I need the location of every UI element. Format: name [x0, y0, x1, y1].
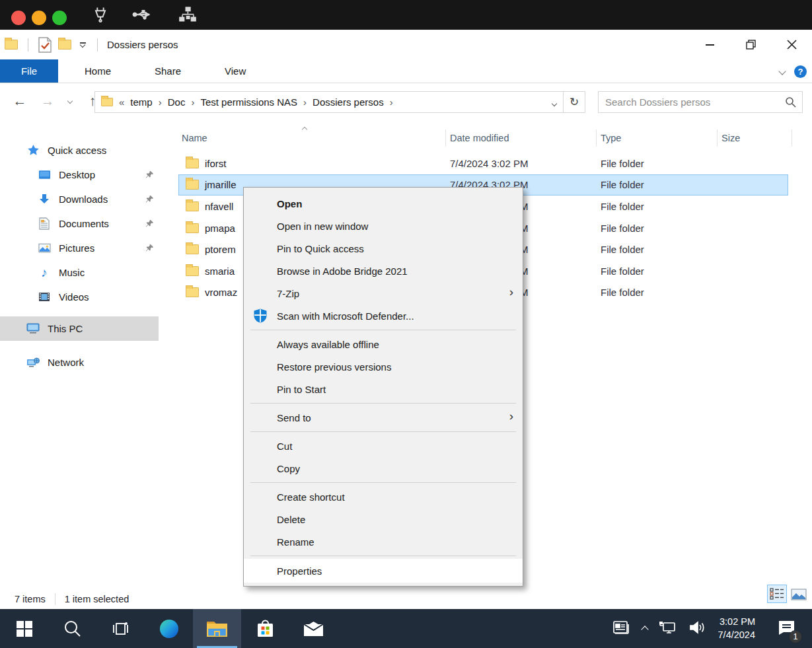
large-icons-view-button[interactable] [791, 585, 807, 603]
traffic-light-close[interactable] [11, 11, 26, 25]
menu-item-properties[interactable]: Properties [244, 559, 523, 583]
tab-home[interactable]: Home [69, 59, 127, 83]
menu-item-open[interactable]: Open [244, 192, 523, 215]
menu-item-cut[interactable]: Cut [244, 435, 523, 457]
menu-item-rename[interactable]: Rename [244, 530, 523, 553]
back-button[interactable]: ← [9, 90, 30, 112]
explorer-titlebar: Dossiers persos [0, 30, 812, 59]
menu-item-send-to[interactable]: Send to › [244, 406, 523, 429]
selection-count: 1 item selected [65, 594, 129, 604]
taskbar-search-button[interactable] [48, 609, 96, 648]
file-explorer-button[interactable] [193, 609, 241, 648]
sidebar-item-this-pc[interactable]: This PC [0, 316, 159, 341]
ribbon-collapse-chevron-icon[interactable] [778, 67, 786, 75]
traffic-light-zoom[interactable] [52, 11, 67, 25]
sidebar-item-documents[interactable]: Documents [0, 211, 162, 236]
divider [28, 38, 28, 52]
refresh-button[interactable]: ↻ [564, 92, 585, 112]
menu-separator [250, 403, 516, 404]
sidebar-item-desktop[interactable]: Desktop [0, 162, 162, 187]
store-icon [256, 619, 275, 639]
sort-ascending-icon [303, 122, 307, 134]
menu-item-create-shortcut[interactable]: Create shortcut [244, 486, 523, 508]
usb-icon[interactable] [132, 5, 155, 26]
sidebar-item-music[interactable]: ♪ Music [0, 260, 162, 285]
restore-button[interactable] [730, 30, 771, 59]
menu-item-pin-to-quick-access[interactable]: Pin to Quick access [244, 237, 523, 260]
volume-button[interactable] [688, 620, 707, 638]
traffic-light-minimize[interactable] [32, 11, 46, 25]
tab-share[interactable]: Share [139, 59, 197, 83]
sidebar-item-videos[interactable]: Videos [0, 285, 162, 309]
news-button[interactable] [612, 620, 631, 638]
window-controls [689, 30, 812, 59]
column-header-size[interactable]: Size [718, 129, 792, 147]
close-button[interactable] [771, 30, 812, 59]
mail-button[interactable] [289, 609, 338, 648]
store-button[interactable] [241, 609, 289, 648]
folder-icon [186, 180, 199, 190]
volume-icon [688, 620, 707, 635]
pin-icon [145, 243, 154, 254]
address-bar[interactable]: « temp › Doc › Test permissions NAS › Do… [94, 91, 585, 113]
menu-item-delete[interactable]: Delete [244, 508, 523, 530]
sidebar-item-network[interactable]: Network [0, 350, 162, 375]
network-share-icon[interactable] [178, 5, 197, 26]
qat-new-folder-button[interactable] [55, 35, 75, 55]
tab-file[interactable]: File [0, 59, 58, 83]
clock-time: 3:02 PM [718, 616, 755, 629]
edge-button[interactable] [145, 609, 193, 648]
qat-customize-button[interactable] [75, 35, 91, 55]
forward-button[interactable]: → [37, 90, 58, 112]
pictures-icon [38, 243, 51, 253]
menu-item-always-available-offline[interactable]: Always available offline [244, 333, 523, 355]
breadcrumb-prefix: « [119, 96, 124, 108]
sidebar-item-downloads[interactable]: Downloads [0, 187, 162, 211]
menu-item-copy[interactable]: Copy [244, 457, 523, 480]
notification-badge: 1 [789, 630, 802, 643]
task-view-icon [112, 621, 129, 637]
task-view-button[interactable] [96, 609, 145, 648]
breadcrumb-segment-test-permissions-nas[interactable]: Test permissions NAS [200, 96, 297, 108]
breadcrumb-separator: › [191, 96, 194, 108]
breadcrumb-segment-dossiers-persos[interactable]: Dossiers persos [313, 96, 384, 108]
breadcrumb-segment-temp[interactable]: temp [130, 96, 152, 108]
menu-item-browse-in-adobe-bridge[interactable]: Browse in Adobe Bridge 2021 [244, 260, 523, 282]
breadcrumb-separator: › [159, 96, 162, 108]
file-row-iforst[interactable]: iforst 7/4/2024 3:02 PM File folder [162, 153, 812, 174]
search-icon[interactable] [785, 96, 802, 108]
folder-icon [186, 266, 199, 276]
column-header-type[interactable]: Type [597, 129, 718, 147]
minimize-button[interactable] [689, 30, 730, 59]
news-icon [612, 620, 631, 635]
vm-top-bar [0, 0, 812, 30]
start-button[interactable] [0, 609, 48, 648]
hidden-icons-button[interactable] [642, 623, 647, 635]
restore-icon [746, 40, 756, 50]
close-icon [787, 40, 797, 50]
notifications-button[interactable]: 1 [777, 619, 796, 639]
menu-item-7-zip[interactable]: 7-Zip › [244, 282, 523, 305]
menu-item-open-in-new-window[interactable]: Open in new window [244, 215, 523, 237]
menu-item-scan-with-defender[interactable]: Scan with Microsoft Defender... [244, 305, 523, 327]
tab-view[interactable]: View [209, 59, 262, 83]
videos-icon [38, 292, 51, 302]
breadcrumb-segment-doc[interactable]: Doc [168, 96, 186, 108]
column-header-date-modified[interactable]: Date modified [446, 129, 597, 147]
qat-properties-button[interactable] [35, 35, 55, 55]
power-plug-icon[interactable] [91, 5, 110, 26]
recent-locations-chevron[interactable] [63, 90, 77, 112]
sidebar-item-quick-access[interactable]: Quick access [0, 138, 162, 162]
sidebar-item-pictures[interactable]: Pictures [0, 236, 162, 260]
menu-item-pin-to-start[interactable]: Pin to Start [244, 378, 523, 400]
details-view-button[interactable] [767, 585, 787, 603]
star-icon [26, 144, 40, 157]
column-headers: Name Date modified Type Size [162, 125, 812, 151]
breadcrumb: « temp › Doc › Test permissions NAS › Do… [95, 96, 393, 108]
search-input[interactable] [599, 96, 785, 108]
menu-item-restore-previous-versions[interactable]: Restore previous versions [244, 355, 523, 378]
address-dropdown-chevron[interactable] [546, 96, 563, 108]
network-tray-button[interactable] [659, 620, 677, 638]
taskbar-clock[interactable]: 3:02 PM 7/4/2024 [718, 616, 755, 641]
help-button[interactable]: ? [794, 65, 807, 78]
